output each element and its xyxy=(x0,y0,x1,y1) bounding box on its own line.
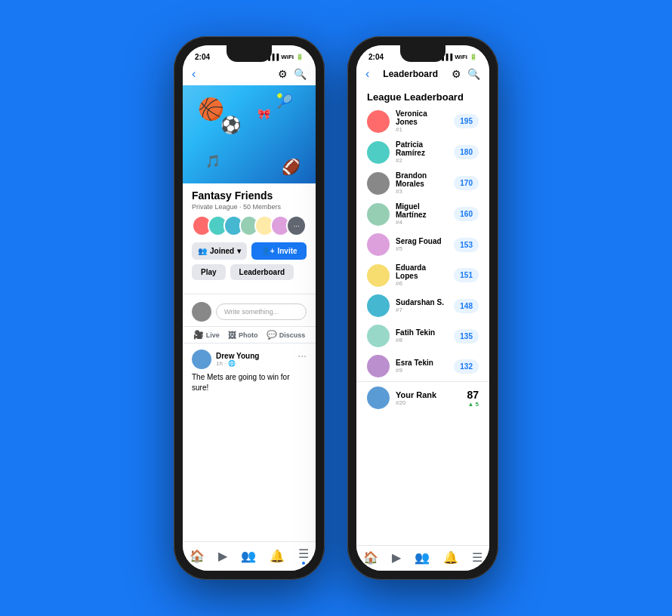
wifi-icon: WiFi xyxy=(281,54,294,60)
lb-user-info-6: Eduarda Lopes #6 xyxy=(396,263,448,287)
lb-rank-8: #8 xyxy=(396,337,448,343)
people-icon: 👥 xyxy=(198,247,207,255)
nav-notifications-1[interactable]: 🔔 xyxy=(270,549,285,563)
status-time-1: 2:04 xyxy=(195,53,210,61)
lb-rank-7: #7 xyxy=(396,306,448,313)
lb-user-info-5: Serag Fouad #5 xyxy=(396,237,448,252)
lb-avatar-2 xyxy=(367,141,390,164)
lb-item-8: Fatih Tekin #8 135 xyxy=(356,321,489,351)
nav-home-1[interactable]: 🏠 xyxy=(190,549,205,563)
phone-1: 2:04 ▐▐▐ WiFi 🔋 ‹ ⚙ 🔍 🏀 ⚽ 🎾 🏈 🎵 � xyxy=(174,36,325,580)
lb-user-info-3: Brandon Morales #3 xyxy=(396,171,448,195)
lb-rank-5: #5 xyxy=(396,245,448,252)
play-button[interactable]: Play xyxy=(192,264,226,280)
soccer-icon: ⚽ xyxy=(220,116,241,135)
lb-avatar-7 xyxy=(367,294,390,317)
nav-home-2[interactable]: 🏠 xyxy=(363,550,378,565)
lb-avatar-3 xyxy=(367,172,390,195)
settings-icon-1[interactable]: ⚙ xyxy=(278,68,288,80)
live-button[interactable]: 🎥 Live xyxy=(193,330,220,340)
leaderboard-content: League Leaderboard Veronica Jones #1 195… xyxy=(356,85,489,545)
leaderboard-button[interactable]: Leaderboard xyxy=(230,264,294,280)
your-rank-score-block: 87 ▲ 5 xyxy=(467,389,479,408)
lb-rank-9: #9 xyxy=(396,367,448,374)
post-placeholder-text[interactable]: Write something... xyxy=(216,303,307,320)
phone-2: 2:04 ▐▐▐ WiFi 🔋 ‹ Leaderboard ⚙ 🔍 League… xyxy=(347,36,498,580)
post-text: The Mets are going to win for sure! xyxy=(192,372,307,393)
lb-item-5: Serag Fouad #5 153 xyxy=(356,229,489,260)
football-icon: 🏈 xyxy=(282,158,301,176)
joined-button[interactable]: 👥 Joined ▾ xyxy=(192,242,247,260)
nav-video-2[interactable]: ▶ xyxy=(392,550,401,565)
nav-dot xyxy=(302,562,305,565)
battery-icon: 🔋 xyxy=(296,54,304,60)
lb-name-2: Patricia Ramírez xyxy=(396,140,448,157)
post-author-avatar xyxy=(192,350,211,369)
league-leaderboard-title: League Leaderboard xyxy=(356,85,489,106)
lb-score-5: 153 xyxy=(454,238,479,252)
lb-rank-1: #1 xyxy=(396,126,448,133)
nav-menu-2[interactable]: ☰ xyxy=(472,550,482,565)
back-button-1[interactable]: ‹ xyxy=(192,67,196,81)
post-input: Write something... xyxy=(183,297,316,326)
lb-item-1: Veronica Jones #1 195 xyxy=(356,106,489,137)
lb-avatar-1 xyxy=(367,110,390,133)
post-user-details: Drew Young 1h · 🌐 xyxy=(216,352,259,367)
status-time-2: 2:04 xyxy=(368,53,384,61)
your-avatar xyxy=(367,387,390,409)
bottom-nav-2: 🏠 ▶ 👥 🔔 ☰ xyxy=(356,545,489,571)
hero-image: 🏀 ⚽ 🎾 🏈 🎵 🎀 xyxy=(183,85,316,183)
lb-avatar-8 xyxy=(367,325,390,347)
notch-1 xyxy=(227,45,272,62)
discuss-button[interactable]: 💬 Discuss xyxy=(267,330,306,340)
tennis-icon: 🎾 xyxy=(276,93,293,109)
discuss-icon: 💬 xyxy=(267,330,277,340)
lb-score-8: 135 xyxy=(454,329,479,343)
nav-groups-2[interactable]: 👥 xyxy=(415,550,430,565)
nav-bar-1: ‹ ⚙ 🔍 xyxy=(183,64,316,85)
invite-label: Invite xyxy=(277,247,297,255)
lb-name-9: Esra Tekin xyxy=(396,359,448,367)
lb-item-9: Esra Tekin #9 132 xyxy=(356,351,489,381)
post-author-name: Drew Young xyxy=(216,352,259,360)
hero-sports: 🏀 ⚽ 🎾 🏈 🎵 🎀 xyxy=(183,85,316,183)
lb-item-2: Patricia Ramírez #2 180 xyxy=(356,137,489,168)
lb-item-4: Miguel Martínez #4 160 xyxy=(356,199,489,229)
lb-name-6: Eduarda Lopes xyxy=(396,263,448,280)
photo-label: Photo xyxy=(239,331,258,339)
post-options-icon[interactable]: ··· xyxy=(297,350,307,362)
back-button-2[interactable]: ‹ xyxy=(365,67,369,81)
lb-avatar-5 xyxy=(367,233,390,256)
discuss-label: Discuss xyxy=(279,331,306,339)
photo-icon: 🖼 xyxy=(228,331,236,340)
status-icons-2: ▐▐▐ WiFi 🔋 xyxy=(439,54,477,60)
lb-user-info-9: Esra Tekin #9 xyxy=(396,359,448,374)
nav-groups-1[interactable]: 👥 xyxy=(241,549,256,563)
your-rank-score: 87 xyxy=(467,389,479,401)
chevron-down-icon: ▾ xyxy=(237,247,241,255)
nav-menu-1[interactable]: ☰ xyxy=(298,547,309,565)
media-actions: 🎥 Live 🖼 Photo 💬 Discuss xyxy=(183,326,316,343)
your-rank-label: Your Rank xyxy=(396,390,461,399)
nav-bar-2: ‹ Leaderboard ⚙ 🔍 xyxy=(356,64,489,85)
your-rank-position: #20 xyxy=(396,399,461,406)
lb-item-3: Brandon Morales #3 170 xyxy=(356,168,489,199)
settings-icon-2[interactable]: ⚙ xyxy=(452,68,461,80)
nav-notifications-2[interactable]: 🔔 xyxy=(443,550,458,565)
lb-item-7: Sudarshan S. #7 148 xyxy=(356,291,489,321)
lb-avatar-4 xyxy=(367,203,390,226)
lb-rank-4: #4 xyxy=(396,219,448,226)
member-avatar-more: ··· xyxy=(286,215,307,236)
search-icon-1[interactable]: 🔍 xyxy=(294,68,307,80)
search-icon-2[interactable]: 🔍 xyxy=(467,68,480,80)
nav-video-1[interactable]: ▶ xyxy=(218,549,227,563)
group-meta: Private League · 50 Members xyxy=(192,203,307,211)
member-avatars: ··· xyxy=(192,215,307,236)
post-item: Drew Young 1h · 🌐 ··· The Mets are going… xyxy=(183,343,316,399)
live-icon: 🎥 xyxy=(193,330,204,340)
lb-name-8: Fatih Tekin xyxy=(396,328,448,337)
lb-score-2: 180 xyxy=(454,145,479,159)
invite-button[interactable]: 👤+ Invite xyxy=(251,242,307,260)
photo-button[interactable]: 🖼 Photo xyxy=(228,330,258,340)
leaderboard-page-title: Leaderboard xyxy=(383,69,438,79)
